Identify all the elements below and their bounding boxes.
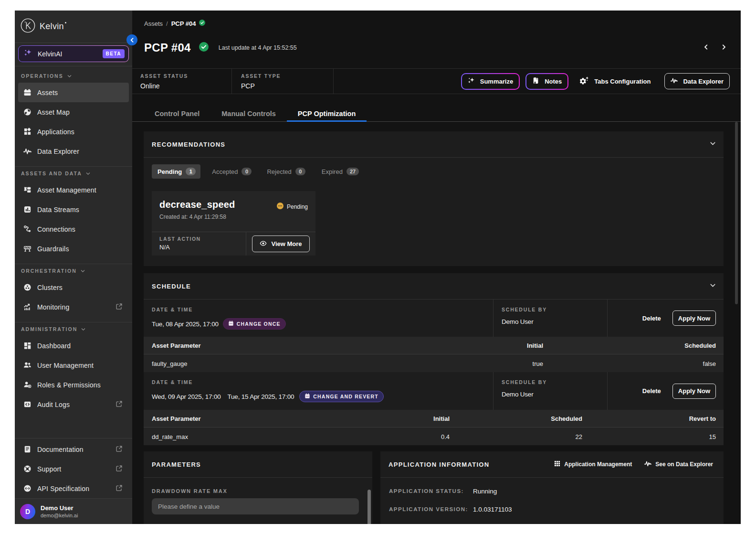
sidebar-item-monitoring[interactable]: Monitoring: [18, 297, 129, 317]
parameters-title: PARAMETERS: [152, 461, 201, 468]
sidebar-item-dashboard[interactable]: Dashboard: [18, 336, 129, 355]
app-window: Kelvin KelvinAI BETA OPERATIONS Assets: [15, 11, 741, 524]
data-streams-icon: [23, 205, 32, 214]
delete-button[interactable]: Delete: [642, 315, 661, 322]
application-information-title: APPLICATION INFORMATION: [388, 461, 489, 468]
next-asset-button[interactable]: [720, 43, 727, 53]
user-name: Demo User: [41, 504, 78, 512]
chevron-down-icon[interactable]: [709, 140, 716, 149]
sidebar-item-clusters[interactable]: Clusters: [18, 278, 129, 297]
application-status-value: Running: [473, 488, 497, 495]
vertical-scrollbar[interactable]: [735, 122, 738, 304]
change-once-badge: CHANGE ONCE: [223, 318, 286, 330]
sidebar-item-data-explorer[interactable]: Data Explorer: [18, 141, 129, 161]
sparkles-icon: [24, 49, 32, 59]
col-scheduled: Scheduled: [684, 342, 716, 349]
see-on-data-explorer-link[interactable]: See on Data Explorer: [644, 460, 713, 469]
schedule-date: Tue, 08 Apr 2025, 17:00: [152, 321, 219, 328]
sidebar-item-support[interactable]: Support: [18, 459, 129, 479]
col-initial: Initial: [433, 415, 450, 422]
notes-button[interactable]: Notes: [526, 74, 567, 89]
monitoring-icon: [23, 303, 32, 311]
avatar: D: [20, 504, 35, 519]
parameter-input[interactable]: Please define a value: [152, 498, 359, 514]
notes-icon: [532, 77, 539, 86]
person-gear-icon: [23, 381, 32, 389]
chevron-down-icon[interactable]: [709, 282, 716, 291]
sidebar: Kelvin KelvinAI BETA OPERATIONS Assets: [15, 11, 132, 524]
col-scheduled: Scheduled: [551, 415, 582, 422]
section-assets-and-data[interactable]: ASSETS AND DATA: [15, 167, 132, 180]
filter-accepted[interactable]: Accepted 0: [212, 164, 252, 179]
breadcrumb-parent[interactable]: Assets: [144, 20, 163, 27]
sidebar-item-data-streams[interactable]: Data Streams: [18, 200, 129, 219]
user-menu[interactable]: D Demo User demo@kelvin.ai: [15, 498, 132, 524]
count-badge: 1: [186, 168, 196, 175]
tab-manual-controls[interactable]: Manual Controls: [210, 94, 287, 121]
audit-logs-icon: [23, 400, 32, 409]
schedule-by-value: Demo User: [502, 391, 607, 398]
application-version-label: APPLICATION VERSION:: [389, 506, 473, 512]
filter-expired[interactable]: Expired 27: [322, 164, 359, 179]
external-link-icon: [116, 303, 123, 311]
sidebar-item-asset-map[interactable]: Asset Map: [18, 102, 129, 122]
gear-sparkle-icon: [579, 76, 589, 86]
chevron-down-icon: [81, 327, 86, 332]
sidebar-item-documentation[interactable]: Documentation: [18, 439, 129, 459]
asset-type-value: PCP: [241, 82, 333, 90]
schedule-panel: SCHEDULE DATE & TIME Tue, 08 Apr 2025, 1…: [144, 273, 724, 444]
delete-button[interactable]: Delete: [642, 387, 661, 395]
recommendations-title: RECOMMENDATIONS: [152, 141, 225, 148]
date-time-label: DATE & TIME: [152, 379, 493, 385]
col-revert-to: Revert to: [689, 415, 716, 422]
sidebar-item-asset-management[interactable]: Asset Management: [18, 180, 129, 200]
api-icon: [23, 484, 32, 493]
sidebar-item-assets[interactable]: Assets: [18, 83, 129, 102]
cell-scheduled: 22: [576, 433, 582, 440]
count-badge: 0: [242, 168, 252, 175]
apply-now-button[interactable]: Apply Now: [672, 384, 716, 399]
sidebar-item-user-management[interactable]: User Management: [18, 355, 129, 375]
schedule-by-label: SCHEDULE BY: [502, 307, 607, 312]
external-link-icon: [116, 484, 123, 493]
section-orchestration[interactable]: ORCHESTRATION: [15, 264, 132, 278]
waveform-icon: [23, 147, 32, 156]
external-link-icon: [116, 400, 123, 409]
external-link-icon: [116, 465, 123, 473]
apply-now-button[interactable]: Apply Now: [672, 310, 716, 326]
kelvinai-label: KelvinAI: [38, 50, 62, 58]
data-explorer-button[interactable]: Data Explorer: [664, 73, 730, 89]
section-operations[interactable]: OPERATIONS: [15, 69, 132, 83]
schedule-revert-date: Tue, 15 Apr 2025, 17:00: [228, 393, 294, 400]
panel-scrollbar[interactable]: [368, 490, 371, 524]
users-icon: [23, 361, 32, 370]
tab-pcp-optimization[interactable]: PCP Optimization: [287, 94, 367, 121]
filter-pending[interactable]: Pending 1: [152, 164, 200, 179]
document-icon: [23, 445, 32, 454]
recommendation-card[interactable]: decrease_speed Created at: 4 Apr 11:29:5…: [152, 191, 315, 256]
waveform-icon: [671, 77, 678, 86]
sidebar-item-applications[interactable]: Applications: [18, 122, 129, 141]
eye-icon: [260, 240, 267, 248]
sidebar-item-guardrails[interactable]: Guardrails: [18, 239, 129, 258]
section-administration[interactable]: ADMINISTRATION: [15, 322, 132, 336]
prev-asset-button[interactable]: [703, 43, 710, 53]
sidebar-item-roles-permissions[interactable]: Roles & Permissions: [18, 375, 129, 395]
filter-rejected[interactable]: Rejected 0: [267, 164, 305, 179]
sidebar-item-connections[interactable]: Connections: [18, 219, 129, 239]
sidebar-item-api-specification[interactable]: API Specification: [18, 479, 129, 498]
sidebar-item-audit-logs[interactable]: Audit Logs: [18, 395, 129, 414]
application-management-link[interactable]: Application Management: [554, 460, 632, 468]
life-buoy-icon: [23, 465, 32, 473]
kelvinai-button[interactable]: KelvinAI BETA: [18, 45, 129, 62]
count-badge: 27: [346, 168, 359, 175]
tabs-configuration-button[interactable]: Tabs Configuration: [579, 74, 651, 89]
parameter-field-label: DRAWDOWN RATE MAX: [152, 488, 359, 494]
summarize-button[interactable]: Summarize: [462, 74, 519, 89]
tab-control-panel[interactable]: Control Panel: [144, 94, 210, 121]
calendar-icon: [228, 321, 234, 327]
view-more-button[interactable]: View More: [252, 235, 309, 252]
sidebar-collapse-button[interactable]: [126, 34, 137, 45]
col-initial: Initial: [527, 342, 543, 349]
vertical-divider: [333, 69, 334, 94]
